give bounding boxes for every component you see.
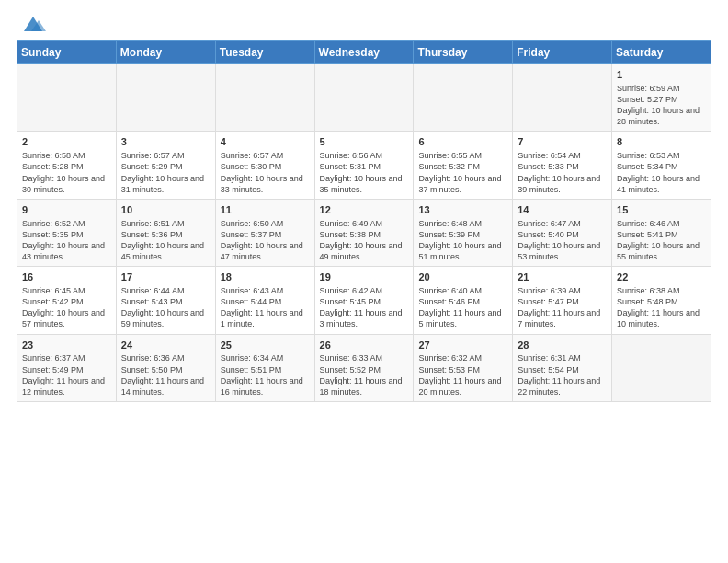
calendar-cell: 25Sunrise: 6:34 AM Sunset: 5:51 PM Dayli… [215, 334, 314, 401]
weekday-header-saturday: Saturday [612, 41, 711, 64]
weekday-header-monday: Monday [116, 41, 215, 64]
day-info: Sunrise: 6:59 AM Sunset: 5:27 PM Dayligh… [617, 83, 706, 128]
day-info: Sunrise: 6:39 AM Sunset: 5:47 PM Dayligh… [518, 285, 607, 330]
calendar-cell: 5Sunrise: 6:56 AM Sunset: 5:31 PM Daylig… [314, 132, 414, 199]
calendar-week-row: 16Sunrise: 6:45 AM Sunset: 5:42 PM Dayli… [17, 267, 711, 334]
day-info: Sunrise: 6:50 AM Sunset: 5:37 PM Dayligh… [221, 218, 310, 263]
day-info: Sunrise: 6:42 AM Sunset: 5:45 PM Dayligh… [320, 285, 409, 330]
day-info: Sunrise: 6:47 AM Sunset: 5:40 PM Dayligh… [518, 218, 607, 263]
day-number: 28 [518, 339, 607, 352]
page: SundayMondayTuesdayWednesdayThursdayFrid… [0, 0, 728, 563]
day-number: 21 [518, 270, 607, 284]
day-number: 19 [320, 270, 409, 284]
calendar-cell [612, 334, 711, 401]
day-number: 26 [320, 339, 409, 352]
weekday-header-tuesday: Tuesday [215, 41, 314, 64]
day-number: 27 [418, 339, 507, 352]
calendar-week-row: 23Sunrise: 6:37 AM Sunset: 5:49 PM Dayli… [17, 334, 711, 401]
calendar-cell: 6Sunrise: 6:55 AM Sunset: 5:32 PM Daylig… [414, 132, 513, 199]
header [17, 15, 711, 35]
day-number: 3 [121, 135, 210, 149]
calendar-cell: 10Sunrise: 6:51 AM Sunset: 5:36 PM Dayli… [116, 199, 215, 266]
calendar-cell: 24Sunrise: 6:36 AM Sunset: 5:50 PM Dayli… [116, 334, 215, 401]
day-number: 16 [22, 270, 111, 284]
day-info: Sunrise: 6:38 AM Sunset: 5:48 PM Dayligh… [617, 285, 706, 330]
day-number: 4 [221, 135, 310, 149]
calendar-cell: 18Sunrise: 6:43 AM Sunset: 5:44 PM Dayli… [215, 267, 314, 334]
day-number: 14 [518, 203, 607, 217]
calendar-cell: 15Sunrise: 6:46 AM Sunset: 5:41 PM Dayli… [612, 199, 711, 266]
calendar-cell: 12Sunrise: 6:49 AM Sunset: 5:38 PM Dayli… [314, 199, 414, 266]
day-info: Sunrise: 6:56 AM Sunset: 5:31 PM Dayligh… [320, 150, 409, 195]
weekday-header-sunday: Sunday [17, 41, 117, 64]
calendar-week-row: 9Sunrise: 6:52 AM Sunset: 5:35 PM Daylig… [17, 199, 711, 266]
day-info: Sunrise: 6:34 AM Sunset: 5:51 PM Dayligh… [221, 352, 310, 397]
day-info: Sunrise: 6:46 AM Sunset: 5:41 PM Dayligh… [617, 218, 706, 263]
logo [17, 15, 46, 35]
calendar-week-row: 2Sunrise: 6:58 AM Sunset: 5:28 PM Daylig… [17, 132, 711, 199]
day-number: 9 [22, 203, 111, 217]
calendar-cell: 7Sunrise: 6:54 AM Sunset: 5:33 PM Daylig… [513, 132, 612, 199]
day-number: 8 [617, 135, 706, 149]
calendar-cell: 17Sunrise: 6:44 AM Sunset: 5:43 PM Dayli… [116, 267, 215, 334]
weekday-header-wednesday: Wednesday [314, 41, 414, 64]
calendar-cell: 19Sunrise: 6:42 AM Sunset: 5:45 PM Dayli… [314, 267, 414, 334]
calendar-cell [414, 64, 513, 132]
calendar-week-row: 1Sunrise: 6:59 AM Sunset: 5:27 PM Daylig… [17, 64, 711, 132]
day-number: 7 [518, 135, 607, 149]
calendar-cell: 9Sunrise: 6:52 AM Sunset: 5:35 PM Daylig… [17, 199, 117, 266]
day-number: 17 [121, 270, 210, 284]
calendar-cell: 13Sunrise: 6:48 AM Sunset: 5:39 PM Dayli… [414, 199, 513, 266]
day-number: 18 [221, 270, 310, 284]
calendar-cell: 2Sunrise: 6:58 AM Sunset: 5:28 PM Daylig… [17, 132, 117, 199]
logo-icon [20, 15, 46, 35]
calendar-cell: 22Sunrise: 6:38 AM Sunset: 5:48 PM Dayli… [612, 267, 711, 334]
day-number: 12 [320, 203, 409, 217]
calendar-cell: 14Sunrise: 6:47 AM Sunset: 5:40 PM Dayli… [513, 199, 612, 266]
day-number: 24 [121, 339, 210, 352]
day-info: Sunrise: 6:48 AM Sunset: 5:39 PM Dayligh… [418, 218, 507, 263]
day-number: 23 [22, 339, 111, 352]
day-number: 10 [121, 203, 210, 217]
day-info: Sunrise: 6:55 AM Sunset: 5:32 PM Dayligh… [418, 150, 507, 195]
day-number: 13 [418, 203, 507, 217]
calendar-cell: 11Sunrise: 6:50 AM Sunset: 5:37 PM Dayli… [215, 199, 314, 266]
calendar-cell: 28Sunrise: 6:31 AM Sunset: 5:54 PM Dayli… [513, 334, 612, 401]
day-number: 20 [418, 270, 507, 284]
day-number: 5 [320, 135, 409, 149]
weekday-header-friday: Friday [513, 41, 612, 64]
day-number: 25 [221, 339, 310, 352]
calendar-cell [116, 64, 215, 132]
day-info: Sunrise: 6:57 AM Sunset: 5:30 PM Dayligh… [221, 150, 310, 195]
day-info: Sunrise: 6:54 AM Sunset: 5:33 PM Dayligh… [518, 150, 607, 195]
calendar-cell: 20Sunrise: 6:40 AM Sunset: 5:46 PM Dayli… [414, 267, 513, 334]
day-info: Sunrise: 6:58 AM Sunset: 5:28 PM Dayligh… [22, 150, 111, 195]
calendar-cell: 8Sunrise: 6:53 AM Sunset: 5:34 PM Daylig… [612, 132, 711, 199]
day-info: Sunrise: 6:49 AM Sunset: 5:38 PM Dayligh… [320, 218, 409, 263]
calendar-cell: 1Sunrise: 6:59 AM Sunset: 5:27 PM Daylig… [612, 64, 711, 132]
calendar-cell [215, 64, 314, 132]
day-number: 22 [617, 270, 706, 284]
calendar-cell: 16Sunrise: 6:45 AM Sunset: 5:42 PM Dayli… [17, 267, 117, 334]
calendar-cell: 26Sunrise: 6:33 AM Sunset: 5:52 PM Dayli… [314, 334, 414, 401]
day-info: Sunrise: 6:33 AM Sunset: 5:52 PM Dayligh… [320, 352, 409, 397]
calendar-cell: 3Sunrise: 6:57 AM Sunset: 5:29 PM Daylig… [116, 132, 215, 199]
day-number: 2 [22, 135, 111, 149]
calendar-cell: 4Sunrise: 6:57 AM Sunset: 5:30 PM Daylig… [215, 132, 314, 199]
weekday-header-row: SundayMondayTuesdayWednesdayThursdayFrid… [17, 41, 711, 64]
day-info: Sunrise: 6:40 AM Sunset: 5:46 PM Dayligh… [418, 285, 507, 330]
day-info: Sunrise: 6:51 AM Sunset: 5:36 PM Dayligh… [121, 218, 210, 263]
day-info: Sunrise: 6:37 AM Sunset: 5:49 PM Dayligh… [22, 352, 111, 397]
weekday-header-thursday: Thursday [414, 41, 513, 64]
day-info: Sunrise: 6:32 AM Sunset: 5:53 PM Dayligh… [418, 352, 507, 397]
calendar-table: SundayMondayTuesdayWednesdayThursdayFrid… [17, 40, 711, 402]
calendar-cell: 21Sunrise: 6:39 AM Sunset: 5:47 PM Dayli… [513, 267, 612, 334]
calendar-cell: 27Sunrise: 6:32 AM Sunset: 5:53 PM Dayli… [414, 334, 513, 401]
day-info: Sunrise: 6:57 AM Sunset: 5:29 PM Dayligh… [121, 150, 210, 195]
day-number: 6 [418, 135, 507, 149]
day-number: 1 [617, 68, 706, 82]
calendar-cell: 23Sunrise: 6:37 AM Sunset: 5:49 PM Dayli… [17, 334, 117, 401]
calendar-cell [314, 64, 414, 132]
day-info: Sunrise: 6:52 AM Sunset: 5:35 PM Dayligh… [22, 218, 111, 263]
day-number: 15 [617, 203, 706, 217]
